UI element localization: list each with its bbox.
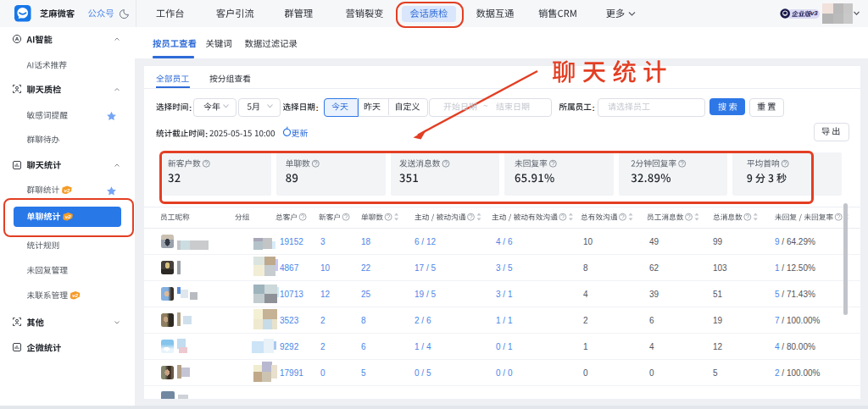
svg-text:v2: v2 [65,213,71,219]
svg-text:v2: v2 [72,292,78,298]
svg-text:v2: v2 [64,187,70,193]
